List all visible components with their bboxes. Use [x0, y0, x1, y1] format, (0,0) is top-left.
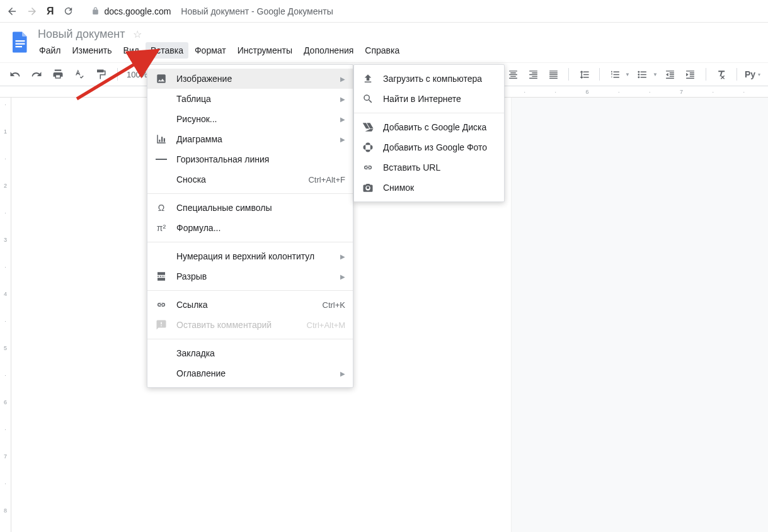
yandex-icon[interactable]: Я — [47, 6, 54, 17]
drive-icon — [362, 121, 374, 133]
docs-header: Новый документ ☆ Файл Изменить Вид Встав… — [0, 23, 768, 59]
submenu-url[interactable]: Вставить URL — [354, 157, 504, 178]
menu-item-label: Снимок — [383, 183, 496, 193]
clear-formatting-icon[interactable] — [714, 67, 729, 82]
comment-icon — [155, 319, 168, 331]
pagebreak-icon — [155, 270, 168, 283]
link-icon — [155, 298, 168, 311]
image-icon — [155, 72, 168, 85]
docs-logo-icon[interactable] — [9, 28, 32, 57]
menu-item-bookmark[interactable]: Закладка — [147, 343, 353, 363]
decrease-indent-icon[interactable] — [663, 67, 678, 82]
back-icon[interactable] — [6, 6, 18, 17]
align-right-icon[interactable] — [525, 67, 541, 82]
hline-icon — [155, 153, 168, 166]
undo-icon[interactable] — [8, 67, 23, 82]
link-icon — [362, 161, 374, 174]
menu-item-label: Специальные символы — [176, 203, 345, 213]
menu-help[interactable]: Справка — [360, 42, 404, 59]
url-domain: docs.google.com — [105, 6, 171, 16]
dropdown-icon[interactable]: ▼ — [625, 72, 630, 77]
bulleted-list-icon[interactable] — [635, 67, 650, 82]
menu-item-toc[interactable]: Оглавление ▶ — [147, 363, 353, 383]
menubar: Файл Изменить Вид Вставка Формат Инструм… — [34, 42, 404, 59]
submenu-search[interactable]: Найти в Интернете — [354, 89, 504, 109]
vertical-ruler: ·1·2·3·4·5·6·7·8·9·10·11·12·13·14·15 — [0, 98, 11, 532]
menu-format[interactable]: Формат — [190, 42, 231, 59]
paint-format-icon[interactable] — [93, 67, 108, 82]
image-submenu: Загрузить с компьютера Найти в Интернете… — [353, 64, 505, 202]
increase-indent-icon[interactable] — [683, 67, 698, 82]
blank-icon — [155, 347, 168, 359]
chart-icon — [155, 133, 168, 145]
submenu-arrow-icon: ▶ — [340, 76, 345, 82]
menu-item-label: Добавить с Google Диска — [383, 122, 496, 132]
menu-item-link[interactable]: Ссылка Ctrl+K — [147, 295, 353, 315]
lock-icon — [91, 7, 100, 15]
dropdown-icon[interactable]: ▾ — [758, 72, 760, 77]
print-icon[interactable] — [50, 67, 66, 82]
submenu-camera[interactable]: Снимок — [354, 178, 504, 198]
shortcut: Ctrl+Alt+M — [307, 320, 345, 330]
insert-dropdown: Изображение ▶ Таблица ▶ Рисунок... ▶ Диа… — [147, 64, 353, 388]
menu-separator — [147, 339, 353, 339]
numbered-list-icon[interactable] — [607, 67, 622, 82]
forward-icon — [26, 6, 38, 17]
menu-item-label: Сноска — [176, 174, 299, 184]
menu-item-label: Диаграмма — [176, 134, 331, 144]
dropdown-icon[interactable]: ▼ — [653, 72, 658, 77]
omega-icon: Ω — [155, 201, 168, 214]
align-center-icon[interactable] — [505, 67, 520, 82]
document-title[interactable]: Новый документ — [34, 28, 129, 41]
menu-item-label: Формула... — [176, 223, 345, 233]
menu-item-chart[interactable]: Диаграмма ▶ — [147, 129, 353, 149]
blank-icon — [155, 173, 168, 186]
reload-icon[interactable] — [63, 6, 74, 16]
menu-item-label: Таблица — [176, 94, 331, 104]
menu-item-headers[interactable]: Нумерация и верхний колонтитул ▶ — [147, 246, 353, 266]
zoom-level[interactable]: 100% — [127, 70, 147, 79]
menu-edit[interactable]: Изменить — [67, 42, 117, 59]
address-bar[interactable]: docs.google.com Новый документ - Google … — [91, 6, 333, 16]
menu-tools[interactable]: Инструменты — [232, 42, 297, 59]
shortcut: Ctrl+Alt+F — [308, 175, 345, 184]
input-language[interactable]: Ру — [745, 69, 755, 79]
menu-item-hline[interactable]: Горизонтальная линия — [147, 149, 353, 169]
menu-insert[interactable]: Вставка — [146, 42, 188, 59]
submenu-photos[interactable]: Добавить из Google Фото — [354, 137, 504, 157]
submenu-arrow-icon: ▶ — [340, 136, 345, 143]
submenu-upload[interactable]: Загрузить с компьютера — [354, 69, 504, 89]
menu-item-label: Рисунок... — [176, 114, 331, 124]
menu-item-label: Изображение — [176, 74, 331, 84]
submenu-drive[interactable]: Добавить с Google Диска — [354, 117, 504, 137]
star-icon[interactable]: ☆ — [133, 28, 142, 40]
menu-view[interactable]: Вид — [118, 42, 144, 59]
menu-item-table[interactable]: Таблица ▶ — [147, 89, 353, 109]
menu-separator — [354, 113, 504, 113]
menu-item-footnote[interactable]: Сноска Ctrl+Alt+F — [147, 169, 353, 190]
svg-rect-1 — [16, 43, 25, 45]
menu-item-break[interactable]: Разрыв ▶ — [147, 266, 353, 286]
menu-item-label: Ссылка — [176, 300, 314, 310]
spellcheck-icon[interactable] — [72, 67, 87, 82]
browser-toolbar: Я docs.google.com Новый документ - Googl… — [0, 0, 768, 23]
menu-file[interactable]: Файл — [34, 42, 66, 59]
menu-item-label: Добавить из Google Фото — [383, 142, 496, 152]
menu-item-special-chars[interactable]: Ω Специальные символы — [147, 198, 353, 218]
menu-separator — [147, 242, 353, 242]
submenu-arrow-icon: ▶ — [340, 96, 345, 103]
menu-separator — [147, 193, 353, 194]
menu-item-label: Вставить URL — [383, 162, 496, 173]
menu-addons[interactable]: Дополнения — [299, 42, 358, 59]
menu-item-comment: Оставить комментарий Ctrl+Alt+M — [147, 315, 353, 335]
menu-item-label: Загрузить с компьютера — [383, 74, 496, 84]
line-spacing-icon[interactable] — [576, 67, 592, 82]
redo-icon[interactable] — [29, 67, 44, 82]
menu-item-drawing[interactable]: Рисунок... ▶ — [147, 109, 353, 129]
url-title: Новый документ - Google Документы — [181, 6, 333, 16]
menu-item-formula[interactable]: π² Формула... — [147, 218, 353, 238]
align-justify-icon[interactable] — [546, 67, 561, 82]
blank-icon — [155, 250, 168, 263]
menu-item-image[interactable]: Изображение ▶ — [147, 69, 353, 89]
separator — [568, 68, 569, 81]
